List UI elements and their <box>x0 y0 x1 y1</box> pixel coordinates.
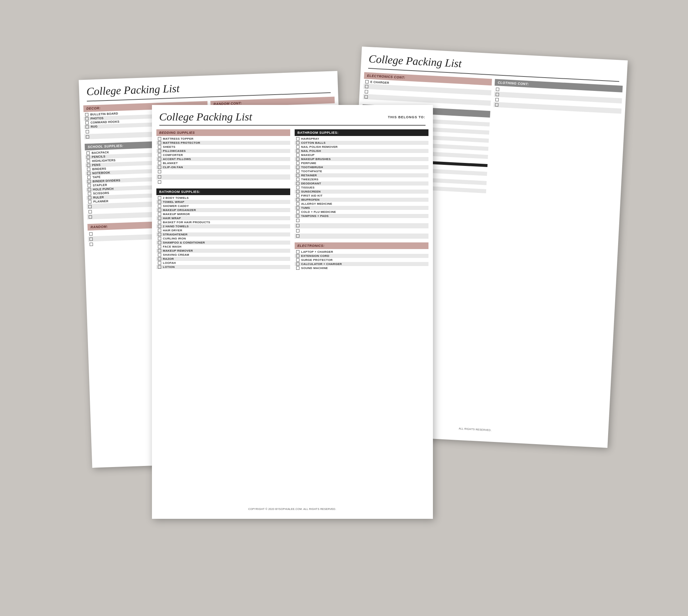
cb-cloth-1[interactable] <box>496 87 499 91</box>
front-title-line <box>159 125 426 126</box>
cb-br17[interactable] <box>296 202 299 205</box>
cb-ba1[interactable] <box>158 196 161 200</box>
cb-br19[interactable] <box>296 210 299 214</box>
cb-br14[interactable] <box>296 190 299 193</box>
cb-cloth-4[interactable] <box>495 103 498 106</box>
cb-ss11[interactable] <box>88 192 91 195</box>
front-bath-15: SHAVING CREAM <box>156 253 290 257</box>
front-br-11: TWEEZERS <box>295 177 428 181</box>
paper-front: College Packing List THIS BELONGS TO: BE… <box>152 105 433 519</box>
cb-ba18[interactable] <box>158 265 161 269</box>
cb-ss2[interactable] <box>87 155 90 159</box>
cb-d1[interactable] <box>85 113 88 116</box>
cb-cloth-2[interactable] <box>495 92 499 96</box>
cb-b4[interactable] <box>158 149 161 153</box>
cb-br3[interactable] <box>296 145 299 149</box>
cb-ss6[interactable] <box>87 171 90 175</box>
cb-br6[interactable] <box>296 157 299 161</box>
cb-ss1[interactable] <box>86 151 89 154</box>
checkbox-e1[interactable] <box>365 84 368 88</box>
cb-el4[interactable] <box>296 262 299 266</box>
cb-br13[interactable] <box>296 186 299 189</box>
cb-br15[interactable] <box>296 194 299 197</box>
cb-ba3[interactable] <box>158 204 161 208</box>
cb-b1[interactable] <box>158 137 161 140</box>
cb-b8[interactable] <box>158 166 161 169</box>
cb-sse3[interactable] <box>88 215 92 218</box>
checkbox-e3[interactable] <box>364 95 367 98</box>
cb-ba4[interactable] <box>158 208 161 212</box>
cb-bre4[interactable] <box>296 234 299 238</box>
cb-b7[interactable] <box>158 161 161 165</box>
cb-sse1[interactable] <box>88 205 91 208</box>
cb-be1[interactable] <box>158 170 161 173</box>
cb-br9[interactable] <box>296 170 299 173</box>
cb-el5[interactable] <box>296 266 299 270</box>
cb-ss5[interactable] <box>87 167 90 171</box>
cb-ba9[interactable] <box>158 229 161 232</box>
cb-el3[interactable] <box>296 258 299 262</box>
cb-ss8[interactable] <box>87 180 91 183</box>
front-bath-16: RAZOR <box>156 257 290 261</box>
cb-ss12[interactable] <box>88 196 91 199</box>
cb-ss3[interactable] <box>87 159 90 163</box>
cb-ss7[interactable] <box>87 176 90 179</box>
cb-br5[interactable] <box>296 153 299 157</box>
cb-ba2[interactable] <box>158 200 161 204</box>
cb-br8[interactable] <box>296 166 299 169</box>
cb-d3[interactable] <box>85 121 88 124</box>
cb-ba5[interactable] <box>158 212 161 216</box>
cb-ss13[interactable] <box>88 200 91 203</box>
cb-ba16[interactable] <box>158 257 161 261</box>
cb-d4[interactable] <box>85 125 89 128</box>
cb-r1[interactable] <box>89 232 92 235</box>
cb-de2[interactable] <box>86 135 89 138</box>
cb-sse2[interactable] <box>88 210 92 213</box>
cb-br2[interactable] <box>296 141 299 144</box>
cb-ba14[interactable] <box>158 249 161 252</box>
cb-bre3[interactable] <box>296 229 299 232</box>
cb-r3[interactable] <box>89 242 93 245</box>
cb-ba13[interactable] <box>158 245 161 248</box>
cb-b3[interactable] <box>158 145 161 149</box>
cb-br16[interactable] <box>296 198 299 201</box>
cb-ss4[interactable] <box>87 163 90 167</box>
front-br-14: SUNSCREEN <box>295 190 428 194</box>
cb-ba12[interactable] <box>158 241 161 244</box>
cb-b6[interactable] <box>158 157 161 161</box>
cb-ba11[interactable] <box>158 237 161 240</box>
cb-b2[interactable] <box>158 141 161 144</box>
cb-el1[interactable] <box>296 250 299 253</box>
cb-br12[interactable] <box>296 182 299 185</box>
cb-ss9[interactable] <box>87 184 91 187</box>
cb-be3[interactable] <box>158 180 161 184</box>
cb-bre1[interactable] <box>296 219 299 222</box>
cb-ba17[interactable] <box>158 261 161 265</box>
cb-r2[interactable] <box>89 237 92 240</box>
cb-br4[interactable] <box>296 149 299 153</box>
checkbox-e2[interactable] <box>365 89 368 93</box>
front-col-left: BEDDING SUPPLIES MATTRESS TOPPER MATTRES… <box>156 129 290 270</box>
cb-ba6[interactable] <box>158 217 161 220</box>
cb-ss10[interactable] <box>88 188 91 191</box>
cb-br20[interactable] <box>296 214 299 218</box>
cb-de1[interactable] <box>85 130 89 133</box>
front-title: College Packing List <box>159 109 381 125</box>
cb-ba15[interactable] <box>158 253 161 256</box>
cb-ba7[interactable] <box>158 221 161 224</box>
cb-el2[interactable] <box>296 254 299 258</box>
cb-d2[interactable] <box>85 117 88 120</box>
cb-br7[interactable] <box>296 161 299 165</box>
cb-br11[interactable] <box>296 178 299 181</box>
cb-br18[interactable] <box>296 206 299 210</box>
cb-br1[interactable] <box>296 137 299 140</box>
cb-ba10[interactable] <box>158 233 161 236</box>
front-bed-4: PILLOWCASES <box>156 149 290 153</box>
cb-br10[interactable] <box>296 174 299 177</box>
cb-bre2[interactable] <box>296 224 299 227</box>
cb-ba8[interactable] <box>158 225 161 228</box>
cb-cloth-3[interactable] <box>495 98 498 101</box>
checkbox-1[interactable] <box>365 80 368 83</box>
cb-be2[interactable] <box>158 175 161 178</box>
cb-b5[interactable] <box>158 153 161 157</box>
